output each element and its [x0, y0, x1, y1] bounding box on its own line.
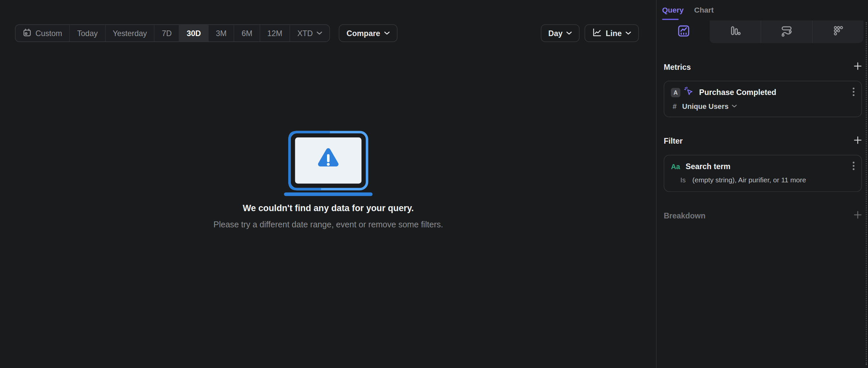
add-breakdown-button[interactable]: [854, 211, 862, 221]
kebab-icon: [852, 87, 855, 98]
panel-tabs: Query Chart: [657, 0, 868, 21]
add-filter-button[interactable]: [854, 136, 862, 146]
range-label: 3M: [216, 29, 227, 38]
empty-state: We couldn't find any data for your query…: [0, 130, 657, 229]
sidebar-scrollbar[interactable]: [866, 22, 867, 365]
filter-operator[interactable]: Is: [681, 176, 686, 184]
empty-state-title: We couldn't find any data for your query…: [0, 203, 657, 213]
main-canvas: Custom Today Yesterday 7D 30D 3M 6M 12M …: [0, 0, 657, 368]
range-label: 12M: [267, 29, 283, 38]
app-root: Custom Today Yesterday 7D 30D 3M 6M 12M …: [0, 0, 868, 368]
string-type-badge: Aa: [671, 162, 680, 170]
filter-property-name[interactable]: Search term: [686, 162, 849, 171]
active-tab-underline: [662, 19, 679, 20]
metric-options-button[interactable]: [852, 87, 855, 98]
breakdown-section-header: Breakdown: [663, 210, 862, 221]
query-builder: Metrics A Purchase Comple: [663, 43, 862, 221]
range-label: Yesterday: [113, 29, 147, 38]
chart-controls: Day Line: [541, 25, 639, 42]
flows-tab[interactable]: [761, 21, 812, 43]
bar-chart-tab-icon: [729, 25, 741, 39]
empty-state-subtitle: Please try a different date range, event…: [0, 220, 657, 229]
series-letter-badge: A: [671, 88, 680, 97]
range-30d-button[interactable]: 30D: [179, 25, 208, 41]
chevron-down-icon: [384, 31, 390, 35]
metric-card[interactable]: A Purchase Completed: [663, 81, 862, 117]
aggregation-symbol: #: [673, 102, 677, 110]
retention-tab[interactable]: [812, 21, 863, 43]
view-type-tabs: [657, 21, 863, 43]
interval-dropdown[interactable]: Day: [541, 25, 580, 42]
filter-condition-row: Is (empty string), Air purifier, or 11 m…: [671, 176, 855, 185]
insights-tab[interactable]: [657, 21, 710, 43]
chart-type-dropdown[interactable]: Line: [585, 25, 639, 42]
range-label: 30D: [187, 29, 201, 38]
metric-event-name[interactable]: Purchase Completed: [699, 88, 849, 97]
range-custom-button[interactable]: Custom: [16, 25, 69, 41]
warning-laptop-icon: [281, 190, 375, 200]
range-today-button[interactable]: Today: [69, 25, 105, 41]
chevron-down-icon: [732, 105, 737, 108]
chevron-down-icon: [566, 31, 572, 35]
filter-options-button[interactable]: [852, 161, 855, 172]
filter-section-header: Filter: [663, 135, 862, 146]
filter-values[interactable]: (empty string), Air purifier, or 11 more: [692, 176, 806, 184]
range-label: Custom: [35, 29, 62, 38]
range-7d-button[interactable]: 7D: [154, 25, 179, 41]
filter-row: Aa Search term: [671, 161, 855, 172]
breakdown-title: Breakdown: [663, 211, 705, 220]
insights-tab-icon: [677, 25, 689, 39]
range-label: XTD: [297, 29, 313, 38]
compare-label: Compare: [346, 29, 380, 38]
range-label: 6M: [242, 29, 252, 38]
flows-tab-icon: [780, 25, 793, 39]
add-metric-button[interactable]: [854, 62, 862, 72]
plus-icon: [854, 136, 862, 146]
filter-title: Filter: [663, 137, 682, 145]
range-12m-button[interactable]: 12M: [259, 25, 289, 41]
line-chart-icon: [592, 28, 602, 39]
date-range-segmented-control: Custom Today Yesterday 7D 30D 3M 6M 12M …: [15, 25, 330, 42]
event-cursor-icon: [684, 87, 694, 99]
chart-type-label: Line: [606, 29, 621, 38]
chevron-down-icon: [317, 31, 322, 35]
calendar-icon: [23, 28, 32, 38]
filter-card[interactable]: Aa Search term Is (empty string), Air pu…: [663, 155, 862, 192]
metrics-title: Metrics: [663, 63, 691, 71]
interval-label: Day: [548, 29, 562, 38]
metric-row: A Purchase Completed: [671, 87, 855, 98]
chevron-down-icon: [625, 31, 631, 35]
tab-chart[interactable]: Chart: [694, 6, 714, 14]
metrics-section-header: Metrics: [663, 61, 862, 72]
range-yesterday-button[interactable]: Yesterday: [105, 25, 154, 41]
tab-query[interactable]: Query: [662, 6, 683, 14]
range-label: 7D: [162, 29, 172, 38]
inactive-tab-strip: [710, 21, 864, 43]
retention-tab-icon: [832, 25, 844, 39]
date-toolbar: Custom Today Yesterday 7D 30D 3M 6M 12M …: [15, 25, 397, 42]
plus-icon: [854, 62, 862, 72]
compare-button[interactable]: Compare: [339, 25, 398, 42]
plus-icon: [854, 211, 862, 221]
query-panel: Query Chart: [657, 0, 868, 368]
range-xtd-button[interactable]: XTD: [289, 25, 329, 41]
range-label: Today: [77, 29, 98, 38]
kebab-icon: [852, 161, 855, 172]
range-3m-button[interactable]: 3M: [208, 25, 234, 41]
aggregation-dropdown[interactable]: Unique Users: [682, 102, 737, 110]
aggregation-label: Unique Users: [682, 102, 728, 110]
metric-aggregation-row: # Unique Users: [671, 102, 855, 110]
bar-chart-tab[interactable]: [710, 21, 761, 43]
range-6m-button[interactable]: 6M: [234, 25, 260, 41]
